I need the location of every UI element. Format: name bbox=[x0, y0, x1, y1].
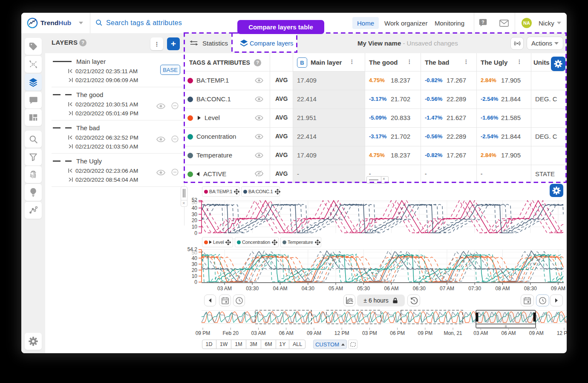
svg-text:Mon, 21: Mon, 21 bbox=[444, 330, 462, 336]
svg-text:II: II bbox=[505, 324, 507, 329]
svg-text:06:30: 06:30 bbox=[413, 286, 426, 292]
svg-text:06 AM: 06 AM bbox=[279, 330, 294, 336]
svg-text:30: 30 bbox=[192, 212, 198, 217]
svg-text:04 AM: 04 AM bbox=[273, 286, 287, 292]
svg-text:03 AM: 03 AM bbox=[217, 286, 232, 292]
svg-text:09 AM: 09 AM bbox=[551, 286, 565, 292]
svg-text:03 PM: 03 PM bbox=[362, 330, 377, 336]
svg-text:07 AM: 07 AM bbox=[440, 286, 454, 292]
svg-text:40: 40 bbox=[192, 205, 198, 211]
svg-text:Feb 20: Feb 20 bbox=[223, 330, 239, 336]
svg-text:06 AM: 06 AM bbox=[384, 286, 398, 292]
svg-text:08 AM: 08 AM bbox=[495, 286, 510, 292]
svg-text:30: 30 bbox=[192, 261, 198, 267]
svg-text:09 AM: 09 AM bbox=[307, 330, 321, 336]
svg-text:09 PM: 09 PM bbox=[196, 330, 210, 336]
svg-text:12 PM: 12 PM bbox=[334, 330, 349, 336]
svg-text:20: 20 bbox=[192, 217, 198, 223]
svg-text:03 AM: 03 AM bbox=[251, 330, 265, 336]
svg-text:03:30: 03:30 bbox=[246, 286, 259, 292]
svg-text:52: 52 bbox=[192, 197, 198, 203]
svg-text:10: 10 bbox=[192, 273, 198, 279]
svg-text:03 AM: 03 AM bbox=[473, 330, 488, 336]
svg-text:05 AM: 05 AM bbox=[329, 286, 343, 292]
svg-text:08:30: 08:30 bbox=[524, 286, 537, 292]
svg-text:06 PM: 06 PM bbox=[390, 330, 405, 336]
svg-text:0: 0 bbox=[194, 279, 197, 285]
svg-text:10: 10 bbox=[192, 224, 198, 230]
svg-text:04:30: 04:30 bbox=[302, 286, 314, 292]
svg-text:40: 40 bbox=[192, 255, 198, 261]
svg-text:09 AM: 09 AM bbox=[529, 330, 544, 336]
svg-text:?: ? bbox=[481, 20, 484, 25]
svg-text:06 AM: 06 AM bbox=[501, 330, 516, 336]
svg-text:20: 20 bbox=[192, 267, 198, 273]
svg-text:0: 0 bbox=[194, 230, 197, 236]
svg-text:12 PM: 12 PM bbox=[557, 330, 567, 336]
svg-text:05:30: 05:30 bbox=[357, 286, 370, 292]
svg-text:07:30: 07:30 bbox=[468, 286, 481, 292]
svg-text:09 PM: 09 PM bbox=[418, 330, 432, 336]
svg-text:54.2: 54.2 bbox=[187, 246, 198, 252]
